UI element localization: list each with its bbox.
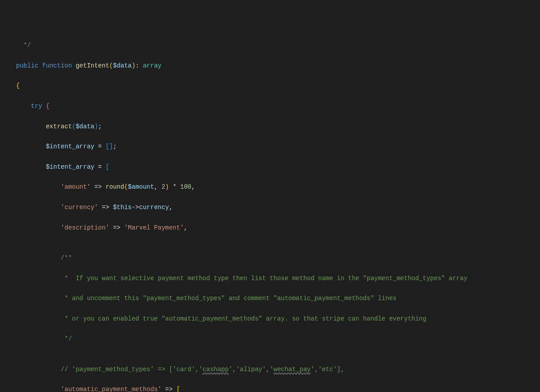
code-line: // 'payment_method_types' => ['card','ca… (16, 364, 540, 375)
paren: ( (124, 183, 128, 190)
doccomment: * or you can enabled true "automatic_pay… (61, 315, 426, 322)
variable: $this (113, 204, 131, 211)
doccomment: * and uncomment this "payment_method_typ… (61, 295, 397, 302)
keyword-token: try (31, 103, 42, 110)
number-token: 100 (180, 183, 191, 190)
type-token: array (143, 62, 162, 69)
variable: $data (113, 62, 131, 69)
bracket: [] (106, 143, 113, 150)
function-call: round (106, 183, 124, 190)
code-line: /** (16, 253, 540, 263)
code-line: */ (16, 334, 540, 344)
brace: { (46, 103, 49, 110)
bracket: [ (176, 386, 180, 392)
paren: ) (132, 62, 135, 69)
string-token: 'description' (61, 224, 109, 231)
code-line: try { (16, 101, 540, 111)
doccomment: /** (61, 254, 72, 261)
doccomment: * If you want selective payment method t… (61, 275, 468, 282)
variable: $intent_array (46, 163, 94, 170)
code-editor[interactable]: */ public function getIntent($data): arr… (0, 40, 540, 392)
comment-token: */ (24, 42, 31, 49)
paren: ) (94, 123, 98, 130)
doccomment: */ (61, 335, 72, 342)
keyword-token: function (42, 62, 72, 69)
code-line: 'amount' => round($amount, 2) * 100, (16, 182, 540, 192)
code-line: * and uncomment this "payment_method_typ… (16, 293, 540, 304)
code-line: extract($data); (16, 122, 540, 132)
code-line: * If you want selective payment method t… (16, 273, 540, 284)
number-token: 2 (162, 183, 165, 190)
brace: { (16, 82, 20, 89)
string-token: 'amount' (61, 183, 91, 190)
code-line: { (16, 81, 540, 91)
variable: $intent_array (46, 143, 94, 150)
variable: $data (75, 123, 94, 130)
code-line: $intent_array = []; (16, 142, 540, 152)
bracket: [ (106, 163, 109, 170)
string-token: 'automatic_payment_methods' (61, 386, 162, 392)
spellcheck-squiggle: wechat_pay (274, 366, 311, 373)
code-line: 'currency' => $this->currency, (16, 202, 540, 213)
variable: $amount (128, 183, 154, 190)
code-line: */ (16, 40, 540, 51)
code-line: 'automatic_payment_methods' => [ (16, 384, 540, 392)
code-line: 'description' => 'Marvel Payment', (16, 223, 540, 233)
function-name: getIntent (75, 62, 109, 69)
string-token: 'Marvel Payment' (124, 224, 184, 231)
keyword-token: public (16, 62, 38, 69)
spellcheck-squiggle: cashapp (202, 366, 229, 373)
paren: ) (165, 183, 169, 190)
string-token: 'currency' (61, 204, 98, 211)
property: currency (139, 204, 169, 211)
code-line: * or you can enabled true "automatic_pay… (16, 314, 540, 324)
comment-token: // 'payment_method_types' => ['card','ca… (61, 366, 345, 373)
code-line: public function getIntent($data): array (16, 61, 540, 71)
function-call: extract (46, 123, 72, 130)
code-line: $intent_array = [ (16, 162, 540, 172)
